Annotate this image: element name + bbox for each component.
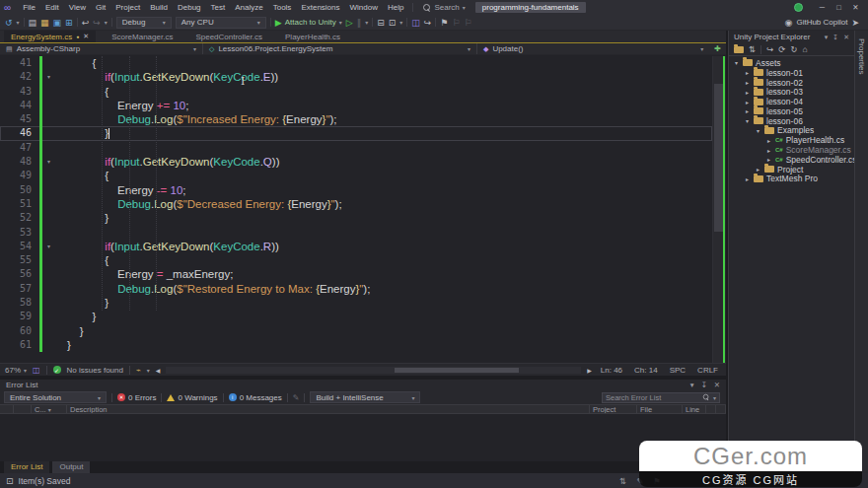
expander-icon[interactable]: ▸: [744, 175, 751, 182]
close-tab-icon[interactable]: ✕: [83, 33, 89, 40]
filter-icon[interactable]: ▾: [48, 406, 51, 413]
tree-item-lesson-03[interactable]: ▸lesson-03: [729, 87, 854, 97]
tree-item-lesson-01[interactable]: ▸lesson-01: [729, 68, 854, 78]
window-layout-icon[interactable]: ⊟: [377, 18, 385, 28]
panel-dropdown-icon[interactable]: ▾: [825, 34, 829, 41]
code-line-56[interactable]: 56 Energy = _maxEnergy;: [0, 267, 712, 281]
tree-item-lesson-04[interactable]: ▸lesson-04: [729, 97, 854, 106]
show-folders-icon[interactable]: [734, 46, 744, 53]
tree-item-project[interactable]: ▸Project: [729, 165, 854, 174]
tree-item-assets[interactable]: ▾Assets: [729, 58, 854, 68]
background-tasks-icon[interactable]: ⊡: [6, 476, 14, 486]
scope-dropdown[interactable]: Entire Solution ▾: [4, 391, 107, 403]
split-view-icon[interactable]: ◫: [411, 18, 420, 28]
editor-horizontal-scrollbar[interactable]: [166, 367, 581, 374]
code-line-42[interactable]: 42▾ if(Input.GetKeyDown(KeyCode.E)): [0, 70, 712, 84]
menu-item-git[interactable]: Git: [92, 3, 109, 12]
expander-icon[interactable]: ▸: [765, 137, 772, 144]
expander-icon[interactable]: ▸: [744, 89, 751, 96]
platform-dropdown[interactable]: Any CPU ▾: [176, 17, 266, 29]
code-line-46[interactable]: 46 }: [0, 126, 712, 140]
chevron-down-icon[interactable]: ▾: [365, 19, 368, 26]
menu-item-edit[interactable]: Edit: [41, 3, 63, 12]
scroll-right-icon[interactable]: ▶: [587, 367, 592, 374]
line-number[interactable]: 50: [0, 183, 39, 197]
line-number[interactable]: 57: [0, 282, 39, 296]
navigate-back-icon[interactable]: ↺: [5, 18, 13, 28]
line-number[interactable]: 41: [0, 56, 39, 70]
close-button[interactable]: ✕: [847, 3, 864, 12]
code-editor[interactable]: 41 {42▾ if(Input.GetKeyDown(KeyCode.E))4…: [0, 56, 712, 363]
expander-icon[interactable]: ▾: [733, 59, 740, 66]
tree-item-lesson-06[interactable]: ▾lesson-06: [729, 116, 854, 126]
chevron-down-icon[interactable]: ▾: [17, 19, 20, 26]
line-number[interactable]: 51: [0, 197, 39, 211]
expander-icon[interactable]: ▸: [765, 156, 772, 163]
maximize-button[interactable]: □: [831, 3, 847, 12]
menu-item-analyze[interactable]: Analyze: [231, 3, 266, 12]
save-all-icon[interactable]: ⊞: [65, 18, 73, 28]
code-line-49[interactable]: 49 {: [0, 169, 712, 182]
expander-icon[interactable]: ▸: [744, 99, 751, 105]
global-search-box[interactable]: Search ▾: [418, 3, 470, 12]
code-line-48[interactable]: 48▾ if(Input.GetKeyDown(KeyCode.Q)): [0, 155, 712, 169]
git-sync-icon[interactable]: ⇅: [619, 476, 626, 486]
line-number[interactable]: 58: [0, 296, 39, 310]
tree-item-lesson-02[interactable]: ▸lesson-02: [729, 78, 854, 88]
line-number[interactable]: 45: [0, 112, 39, 126]
tree-item-playerhealth-cs[interactable]: ▸C#PlayerHealth.cs: [729, 135, 854, 145]
add-view-icon[interactable]: ✚: [709, 44, 726, 53]
line-number[interactable]: 43: [0, 85, 39, 99]
menu-item-extensions[interactable]: Extensions: [297, 3, 343, 12]
chevron-down-icon[interactable]: ▾: [399, 19, 402, 26]
column-header-blank1[interactable]: [14, 405, 32, 413]
clear-filter-icon[interactable]: ✎: [293, 393, 300, 402]
menu-item-debug[interactable]: Debug: [174, 3, 205, 12]
line-number[interactable]: 59: [0, 310, 39, 323]
source-filter-dropdown[interactable]: Build + IntelliSense ▾: [310, 391, 420, 403]
pin-icon[interactable]: ↧: [832, 34, 838, 41]
tab-energysystem-cs[interactable]: EnergySystem.cs●✕: [4, 31, 96, 42]
expander-icon[interactable]: ▾: [755, 127, 761, 134]
line-number[interactable]: 54: [0, 240, 39, 253]
tree-item-examples[interactable]: ▾Examples: [729, 126, 854, 136]
scrollbar-thumb[interactable]: [395, 368, 519, 373]
tree-item-textmesh-pro[interactable]: ▸TextMesh Pro: [729, 174, 854, 184]
code-line-60[interactable]: 60 }: [0, 324, 712, 338]
expander-icon[interactable]: ▸: [744, 79, 751, 86]
line-number[interactable]: 46: [0, 126, 39, 140]
error-list-grid[interactable]: [0, 414, 726, 461]
expander-icon[interactable]: ▾: [744, 117, 751, 124]
pin-icon[interactable]: ↧: [700, 381, 706, 389]
line-number[interactable]: 44: [0, 99, 39, 112]
code-line-53[interactable]: 53: [0, 226, 712, 240]
chevron-down-icon[interactable]: ▾: [147, 367, 150, 374]
expander-icon[interactable]: ▸: [744, 69, 751, 76]
redo-icon[interactable]: ↪: [93, 18, 101, 28]
line-number[interactable]: 49: [0, 169, 39, 182]
menu-item-help[interactable]: Help: [384, 3, 407, 12]
menu-item-test[interactable]: Test: [207, 3, 230, 12]
expander-icon[interactable]: ▸: [755, 166, 761, 173]
column-header-c[interactable]: C...▾: [32, 405, 67, 413]
collapse-all-icon[interactable]: ⌂: [803, 44, 808, 54]
code-line-58[interactable]: 58 }: [0, 296, 712, 310]
prev-bookmark-icon[interactable]: ⚐: [452, 18, 460, 28]
code-line-47[interactable]: 47: [0, 141, 712, 155]
line-number[interactable]: 52: [0, 211, 39, 225]
code-line-59[interactable]: 59 }: [0, 310, 712, 323]
error-list-search-input[interactable]: [606, 393, 699, 402]
chevron-down-icon[interactable]: ▾: [105, 19, 108, 26]
user-avatar[interactable]: [794, 3, 803, 12]
new-file-icon[interactable]: ▤: [29, 18, 37, 28]
warnings-filter-button[interactable]: 0 Warnings: [167, 393, 217, 402]
collapsed-tab-properties[interactable]: Properties: [857, 38, 866, 74]
code-line-51[interactable]: 51 Debug.Log($"Decreased Energy: {Energy…: [0, 197, 712, 211]
pause-icon[interactable]: ∥: [357, 18, 362, 28]
sort-icon[interactable]: ⇅: [749, 44, 756, 54]
tree-item-lesson-05[interactable]: ▸lesson-05: [729, 106, 854, 116]
open-folder-icon[interactable]: ▦: [40, 18, 49, 28]
code-line-55[interactable]: 55 {: [0, 253, 712, 267]
editor-vertical-scrollbar[interactable]: [712, 56, 726, 363]
sync-icon[interactable]: ↻: [790, 44, 797, 54]
